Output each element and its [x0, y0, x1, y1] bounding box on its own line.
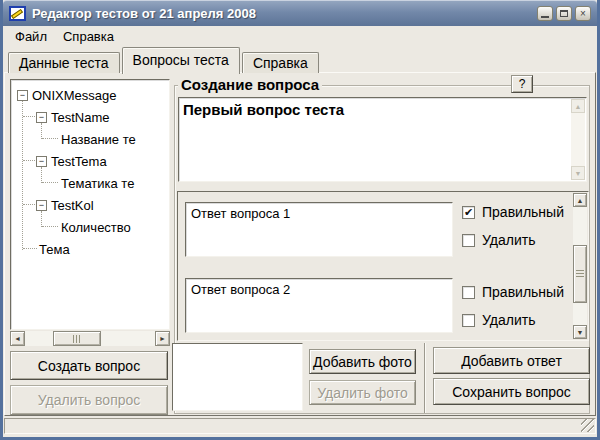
tree-item-label: ONIXMessage — [32, 88, 117, 103]
scroll-down-button[interactable]: ▼ — [571, 166, 585, 180]
answer-1-correct-field: ✔ Правильный — [462, 204, 564, 220]
scroll-down-button[interactable]: ▼ — [573, 325, 587, 339]
tab-help[interactable]: Справка — [242, 52, 319, 73]
answer-1-text-input[interactable]: Ответ вопроса 1 — [185, 202, 453, 257]
arrow-right-icon: ► — [159, 335, 166, 342]
grip-icon — [576, 270, 584, 279]
arrow-down-icon: ▼ — [575, 170, 582, 177]
help-button[interactable]: ? — [511, 75, 533, 93]
create-question-button[interactable]: Создать вопрос — [10, 351, 168, 380]
resize-grip[interactable] — [581, 419, 594, 432]
tree-item-label: Тема — [39, 242, 70, 257]
menu-bar: Файл Справка — [3, 26, 597, 47]
tab-strip: Данные теста Вопросы теста Справка — [8, 47, 321, 73]
answer-1-delete-checkbox[interactable] — [462, 234, 475, 247]
checkbox-label[interactable]: Удалить — [482, 232, 535, 248]
collapse-icon[interactable]: − — [36, 200, 47, 211]
answer-2-delete-checkbox[interactable] — [462, 314, 475, 327]
tree-horizontal-scrollbar[interactable]: ◄ ► — [10, 331, 170, 346]
pencil-icon — [11, 9, 23, 19]
scroll-left-button[interactable]: ◄ — [10, 331, 25, 346]
arrow-up-icon: ▲ — [577, 197, 584, 204]
answers-scrollbar[interactable]: ▲ ▼ — [573, 193, 587, 339]
delete-photo-button[interactable]: Удалить фото — [309, 380, 416, 405]
close-button[interactable]: × — [575, 6, 591, 21]
checkbox-label[interactable]: Удалить — [482, 312, 535, 328]
arrow-up-icon: ▲ — [575, 103, 582, 110]
tree-item-testname[interactable]: − TestName — [11, 106, 169, 128]
arrow-down-icon: ▼ — [577, 329, 584, 336]
xml-tree-view: − ONIXMessage − TestName Название те − T… — [10, 79, 170, 330]
minimize-button[interactable] — [537, 6, 553, 21]
status-bar — [4, 418, 596, 434]
menu-item-file[interactable]: Файл — [7, 27, 55, 46]
photo-preview — [172, 343, 303, 411]
window-controls: × — [537, 6, 591, 21]
question-text-value: Первый вопрос теста — [183, 101, 568, 118]
tree-item-label: Название те — [61, 132, 136, 147]
tree-item-label: TestTema — [51, 154, 107, 169]
questions-tab-panel: − ONIXMessage − TestName Название те − T… — [4, 72, 596, 416]
tab-questions[interactable]: Вопросы теста — [122, 47, 240, 74]
tree-item-testkol[interactable]: − TestKol — [11, 194, 169, 216]
app-icon — [9, 6, 26, 21]
scroll-right-button[interactable]: ► — [155, 331, 170, 346]
tab-test-data[interactable]: Данные теста — [8, 52, 120, 73]
maximize-icon — [560, 10, 568, 17]
answer-2-correct-checkbox[interactable] — [462, 286, 475, 299]
answers-panel: Ответ вопроса 1 ✔ Правильный Удалить Отв… — [177, 191, 589, 341]
group-title: Создание вопроса — [178, 76, 322, 93]
tree-item-onixmessage[interactable]: − ONIXMessage — [11, 84, 169, 106]
question-text-input[interactable]: Первый вопрос теста ▲ ▼ — [178, 97, 587, 182]
question-scrollbar[interactable]: ▲ ▼ — [571, 99, 585, 180]
menu-item-help[interactable]: Справка — [55, 27, 122, 46]
window-title: Редактор тестов от 21 апреля 2008 — [32, 6, 537, 21]
tree-item-quantity[interactable]: Количество — [11, 216, 169, 238]
answer-2-text-input[interactable]: Ответ вопроса 2 — [185, 278, 453, 333]
checkbox-label[interactable]: Правильный — [482, 284, 564, 300]
delete-question-button[interactable]: Удалить вопрос — [10, 385, 168, 415]
answer-2-correct-field: Правильный — [462, 284, 564, 300]
arrow-left-icon: ◄ — [14, 335, 21, 342]
collapse-icon[interactable]: − — [36, 156, 47, 167]
scroll-up-button[interactable]: ▲ — [571, 99, 585, 113]
collapse-icon[interactable]: − — [17, 90, 28, 101]
answer-2-delete-field: Удалить — [462, 312, 535, 328]
tree-item-label: Количество — [61, 220, 131, 235]
answer-1-delete-field: Удалить — [462, 232, 535, 248]
tree-item-tema[interactable]: Тема — [11, 238, 169, 260]
tree-item-testtema[interactable]: − TestTema — [11, 150, 169, 172]
maximize-button[interactable] — [556, 6, 572, 21]
tree-item-label: TestKol — [51, 198, 94, 213]
save-question-button[interactable]: Сохранить вопрос — [433, 378, 590, 405]
checkbox-label[interactable]: Правильный — [482, 204, 564, 220]
scrollbar-thumb[interactable] — [573, 245, 587, 303]
tree-item-label: Тематика те — [61, 176, 134, 191]
scroll-up-button[interactable]: ▲ — [573, 193, 587, 207]
scrollbar-thumb[interactable] — [53, 331, 101, 346]
add-answer-button[interactable]: Добавить ответ — [433, 347, 590, 374]
title-bar: Редактор тестов от 21 апреля 2008 × — [3, 0, 597, 26]
app-window: Редактор тестов от 21 апреля 2008 × Файл… — [0, 0, 600, 440]
tree-item-test-subject[interactable]: Тематика те — [11, 172, 169, 194]
divider — [424, 343, 426, 413]
tree-item-label: TestName — [51, 110, 110, 125]
grip-icon — [73, 335, 82, 343]
collapse-icon[interactable]: − — [36, 112, 47, 123]
minimize-icon — [541, 16, 549, 18]
answer-1-correct-checkbox[interactable]: ✔ — [462, 206, 475, 219]
add-photo-button[interactable]: Добавить фото — [309, 349, 416, 374]
tree-item-test-title[interactable]: Название те — [11, 128, 169, 150]
